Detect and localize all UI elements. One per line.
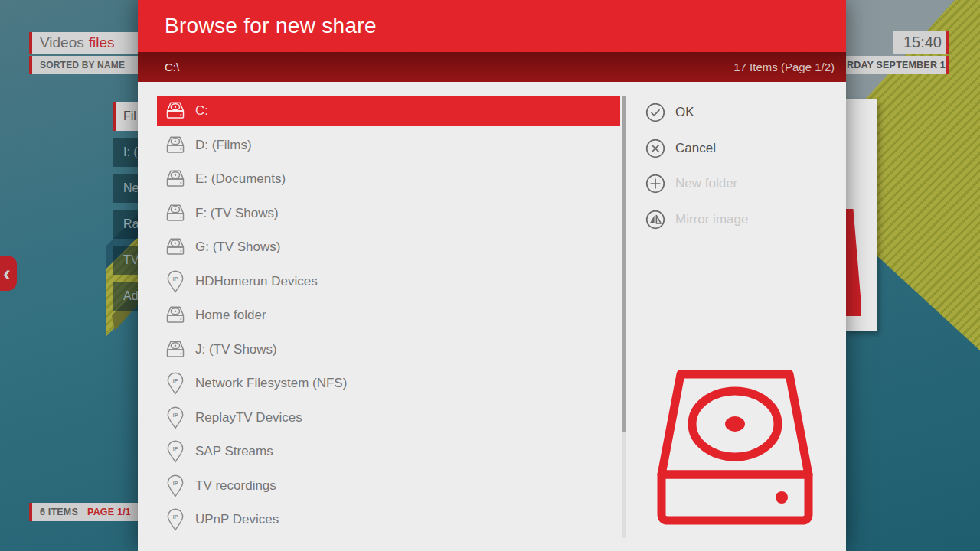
- svg-text:IP: IP: [173, 378, 178, 383]
- browse-share-dialog: Browse for new share C:\ 17 Items (Page …: [138, 0, 846, 551]
- svg-text:IP: IP: [173, 446, 178, 452]
- mirror-circle-icon: [645, 210, 665, 230]
- hard-disk-icon: [163, 102, 188, 120]
- file-list-item[interactable]: F: (TV Shows): [157, 199, 620, 228]
- dialog-actions: OK Cancel New folder Mirror image: [645, 102, 748, 230]
- dialog-header: Browse for new share: [138, 0, 846, 52]
- poster-card: [844, 99, 877, 331]
- videos-header-bar: Videos files: [29, 32, 145, 54]
- scrollbar[interactable]: [622, 96, 626, 538]
- file-list-item[interactable]: G: (TV Shows): [157, 233, 620, 262]
- breadcrumb: C:\ 17 Items (Page 1/2): [138, 52, 846, 82]
- hard-disk-icon: [163, 136, 188, 155]
- ip-pin-icon: IP: [163, 270, 188, 293]
- page-label: PAGE 1/1: [87, 507, 131, 517]
- file-list-item[interactable]: IP UPnP Devices: [157, 505, 620, 534]
- file-list-item[interactable]: D: (Films): [157, 131, 620, 160]
- hard-disk-illustration-icon: [657, 369, 813, 525]
- back-chevron-button[interactable]: ‹: [0, 256, 17, 291]
- hard-disk-icon: [163, 341, 188, 359]
- sort-bar: SORTED BY NAME: [29, 56, 145, 74]
- close-circle-icon: [645, 139, 665, 158]
- file-list-item[interactable]: E: (Documents): [157, 165, 620, 194]
- file-list-item[interactable]: Home folder: [157, 301, 620, 330]
- cancel-button[interactable]: Cancel: [645, 138, 748, 159]
- sort-label: SORTED BY NAME: [40, 60, 125, 70]
- svg-text:IP: IP: [173, 276, 178, 281]
- file-list-item[interactable]: J: (TV Shows): [157, 335, 620, 364]
- clock-time: 15:40: [893, 31, 949, 54]
- hard-disk-icon: [163, 306, 188, 324]
- file-list-item[interactable]: IP SAP Streams: [157, 437, 620, 466]
- clock-date: RDAY SEPTEMBER 13: [841, 56, 949, 74]
- current-path: C:\: [165, 60, 179, 73]
- file-list: C: D: (Films) E: (Documents) F: (TV Show…: [157, 96, 620, 534]
- file-list-item[interactable]: IP Network Filesystem (NFS): [157, 369, 620, 398]
- file-list-item[interactable]: IP ReplayTV Devices: [157, 403, 620, 432]
- ip-pin-icon: IP: [163, 508, 188, 531]
- svg-text:IP: IP: [173, 514, 178, 520]
- svg-text:IP: IP: [173, 480, 178, 485]
- ip-pin-icon: IP: [163, 372, 188, 395]
- file-list-item[interactable]: C:: [157, 96, 620, 126]
- ip-pin-icon: IP: [163, 474, 188, 497]
- svg-text:IP: IP: [173, 412, 178, 417]
- dialog-title: Browse for new share: [165, 14, 377, 38]
- items-count-label: 6 ITEMS: [40, 507, 78, 517]
- check-circle-icon: [645, 103, 665, 122]
- ip-pin-icon: IP: [163, 440, 188, 463]
- items-page-bar: 6 ITEMS PAGE 1/1: [29, 503, 145, 521]
- items-info: 17 Items (Page 1/2): [733, 60, 835, 73]
- chevron-left-icon: ‹: [3, 260, 11, 286]
- ok-button[interactable]: OK: [645, 102, 748, 123]
- hard-disk-icon: [163, 170, 188, 188]
- dialog-body: C: D: (Films) E: (Documents) F: (TV Show…: [138, 82, 846, 551]
- poster-art: [844, 209, 861, 316]
- screen: Videos files SORTED BY NAME 15:40 RDAY S…: [0, 0, 980, 551]
- mirror-image-button[interactable]: Mirror image: [645, 209, 748, 230]
- new-folder-button[interactable]: New folder: [645, 173, 748, 194]
- ip-pin-icon: IP: [163, 406, 188, 429]
- file-list-item[interactable]: IP HDHomerun Devices: [157, 267, 620, 296]
- videos-label: Videos: [40, 34, 84, 51]
- scrollbar-thumb[interactable]: [622, 96, 626, 432]
- files-label: files: [89, 34, 115, 51]
- hard-disk-icon: [163, 238, 188, 256]
- file-list-item[interactable]: IP TV recordings: [157, 471, 620, 500]
- hard-disk-icon: [163, 204, 188, 223]
- plus-circle-icon: [645, 174, 665, 194]
